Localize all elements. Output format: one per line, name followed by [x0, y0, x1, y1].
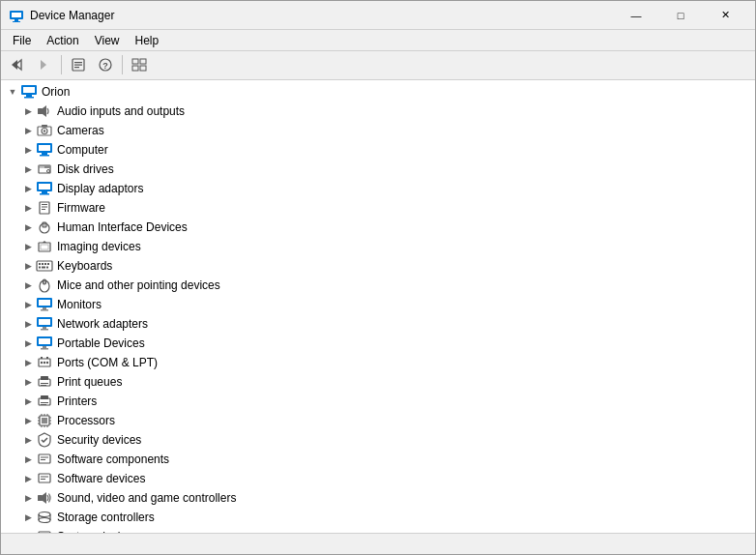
network-label: Network adapters: [57, 317, 148, 331]
firmware-expand[interactable]: ▶: [20, 198, 36, 218]
svg-rect-22: [42, 125, 47, 128]
keyboards-expand[interactable]: ▶: [20, 256, 36, 276]
audio-expand[interactable]: ▶: [20, 102, 36, 121]
svg-rect-24: [39, 145, 50, 151]
menu-view[interactable]: View: [87, 30, 128, 51]
tree-item-printers[interactable]: ▶ Printers: [1, 392, 755, 411]
tree-item-security[interactable]: ▶ Security devices: [1, 430, 755, 450]
tree-item-disk[interactable]: ▶ Disk drives: [1, 160, 755, 179]
security-icon: [36, 431, 53, 449]
svg-rect-16: [26, 95, 32, 97]
svg-rect-74: [39, 379, 50, 386]
tree-item-printqueue[interactable]: ▶ Print queues: [1, 372, 755, 392]
tree-item-softwaredevices[interactable]: ▶ Software devices: [1, 469, 755, 488]
close-button[interactable]: ✕: [703, 1, 747, 30]
softwaredevices-expand[interactable]: ▶: [20, 469, 36, 488]
storage-expand[interactable]: ▶: [20, 508, 36, 527]
svg-rect-36: [42, 204, 47, 205]
softwarecomponents-label: Software components: [57, 453, 169, 466]
network-expand[interactable]: ▶: [20, 314, 36, 334]
tree-item-sound[interactable]: ▶ Sound, video and game controllers: [1, 488, 755, 508]
softwaredevices-label: Software devices: [57, 472, 145, 485]
svg-rect-30: [40, 166, 44, 167]
menu-bar: File Action View Help: [1, 30, 755, 51]
tree-item-hid[interactable]: ▶ Human Interface Devices: [1, 218, 755, 237]
processors-expand[interactable]: ▶: [20, 411, 36, 430]
disk-expand[interactable]: ▶: [20, 160, 36, 179]
title-bar-left: Device Manager: [9, 8, 114, 23]
ports-expand[interactable]: ▶: [20, 353, 36, 372]
forward-icon: [37, 57, 52, 73]
svg-rect-46: [39, 263, 41, 265]
svg-rect-34: [40, 193, 49, 195]
minimize-button[interactable]: —: [614, 1, 658, 30]
svg-rect-35: [40, 202, 49, 214]
cameras-expand[interactable]: ▶: [20, 121, 36, 140]
svg-rect-48: [44, 263, 46, 265]
tree-root[interactable]: ▼ Orion: [1, 82, 755, 102]
svg-rect-32: [39, 184, 50, 190]
tree-item-firmware[interactable]: ▶ Firmware: [1, 198, 755, 218]
title-bar: Device Manager — □ ✕: [1, 1, 755, 30]
tree-item-processors[interactable]: ▶: [1, 411, 755, 430]
svg-rect-101: [41, 479, 45, 480]
printqueue-expand[interactable]: ▶: [20, 372, 36, 392]
tree-item-display[interactable]: ▶ Display adaptors: [1, 179, 755, 198]
help-button[interactable]: ?: [93, 53, 118, 76]
svg-point-71: [46, 362, 48, 364]
tree-item-network[interactable]: ▶ Network adapters: [1, 314, 755, 334]
svg-rect-26: [40, 155, 49, 157]
menu-action[interactable]: Action: [39, 30, 86, 51]
tree-item-ports[interactable]: ▶ Ports (COM & LPT): [1, 353, 755, 372]
mice-expand[interactable]: ▶: [20, 276, 36, 295]
display-expand[interactable]: ▶: [20, 179, 36, 198]
display-label: Display adaptors: [57, 182, 143, 195]
tree-item-audio[interactable]: ▶ Audio inputs and outputs: [1, 102, 755, 121]
tree-item-softwarecomponents[interactable]: ▶ Software components: [1, 450, 755, 469]
svg-rect-100: [41, 476, 48, 477]
monitors-expand[interactable]: ▶: [20, 295, 36, 314]
tree-item-monitors[interactable]: ▶ Monitors: [1, 295, 755, 314]
portable-expand[interactable]: ▶: [20, 334, 36, 353]
hid-label: Human Interface Devices: [57, 220, 188, 234]
tree-item-mice[interactable]: ▶ Mice and other pointing devices: [1, 276, 755, 295]
svg-rect-78: [39, 398, 50, 405]
window-title: Device Manager: [30, 9, 114, 22]
tree-item-storage[interactable]: ▶ Storage controllers: [1, 508, 755, 527]
sound-expand[interactable]: ▶: [20, 488, 36, 508]
computer-label: Computer: [57, 143, 108, 157]
view-button[interactable]: [127, 53, 152, 76]
maximize-button[interactable]: □: [658, 1, 703, 30]
svg-rect-97: [41, 456, 48, 457]
audio-icon: [36, 102, 53, 120]
menu-help[interactable]: Help: [128, 30, 167, 51]
root-expand-icon[interactable]: ▼: [5, 82, 20, 102]
storage-label: Storage controllers: [57, 511, 155, 524]
svg-rect-77: [41, 385, 46, 386]
svg-rect-76: [41, 383, 48, 384]
imaging-expand[interactable]: ▶: [20, 237, 36, 256]
tree-item-computer[interactable]: ▶ Computer: [1, 140, 755, 160]
svg-point-29: [47, 169, 50, 172]
tree-item-keyboards[interactable]: ▶ Keyboards: [1, 256, 755, 276]
softwarecomponents-expand[interactable]: ▶: [20, 450, 36, 469]
title-bar-controls: — □ ✕: [614, 1, 747, 30]
properties-button[interactable]: [66, 53, 91, 76]
tree-item-imaging[interactable]: ▶ Imaging devices: [1, 237, 755, 256]
tree-item-portable[interactable]: ▶ Portable Devices: [1, 334, 755, 353]
svg-rect-47: [42, 263, 44, 265]
computer-expand[interactable]: ▶: [20, 140, 36, 160]
storage-icon: [36, 509, 53, 526]
forward-button[interactable]: [32, 53, 57, 76]
tree-view[interactable]: ▼ Orion ▶: [1, 80, 755, 533]
svg-rect-75: [41, 376, 48, 380]
printers-expand[interactable]: ▶: [20, 392, 36, 411]
hid-expand[interactable]: ▶: [20, 218, 36, 237]
security-expand[interactable]: ▶: [20, 430, 36, 450]
tree-item-cameras[interactable]: ▶ Cameras: [1, 121, 755, 140]
printers-label: Printers: [57, 394, 97, 408]
disk-icon: [36, 161, 53, 178]
menu-file[interactable]: File: [5, 30, 39, 51]
back-button[interactable]: [5, 53, 30, 76]
svg-rect-58: [43, 307, 46, 309]
